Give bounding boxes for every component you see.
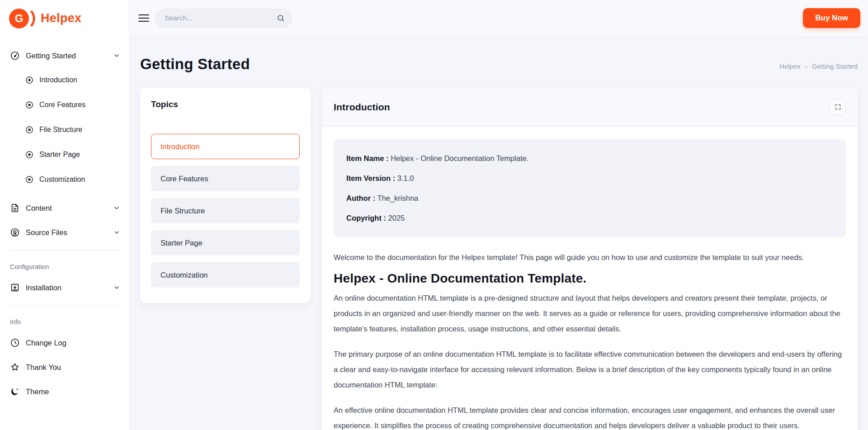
breadcrumb-separator-icon: › (805, 62, 807, 70)
search-input[interactable] (155, 9, 292, 28)
chevron-down-icon (113, 284, 120, 291)
circle-dot-icon (25, 100, 34, 109)
menu-button[interactable] (138, 12, 149, 24)
sidebar-item-label: Installation (26, 284, 61, 292)
sidebar-item-theme[interactable]: Theme (10, 382, 120, 402)
expand-button[interactable] (830, 99, 846, 115)
body-paragraph: An effective online documentation HTML t… (334, 402, 846, 430)
sidebar-item-change-log[interactable]: Change Log (10, 333, 120, 353)
topic-item-file-structure[interactable]: File Structure (151, 198, 300, 223)
breadcrumb-root[interactable]: Helpex (779, 62, 801, 70)
sidebar-item-installation[interactable]: Installation (10, 278, 120, 298)
page-title: Getting Started (140, 57, 250, 71)
configuration-section-label: Configuration (10, 263, 120, 270)
fullscreen-icon (835, 104, 841, 110)
info-section-label: Info (10, 318, 120, 326)
sidebar-item-label: Source Files (26, 228, 67, 237)
topics-card: Topics Introduction Core Features File S… (140, 88, 311, 303)
getting-started-submenu: Introduction Core Features File Structur… (10, 70, 120, 189)
sidebar: G Helpex Getting Started Introduction Co… (0, 0, 130, 430)
sidebar-subitem-starter-page[interactable]: Starter Page (25, 145, 120, 165)
sidebar-item-getting-started[interactable]: Getting Started (10, 46, 120, 66)
subitem-label: Starter Page (39, 151, 80, 159)
sidebar-divider (10, 250, 120, 250)
section-heading: Helpex - Online Documentation Template. (334, 271, 846, 286)
sidebar-subitem-file-structure[interactable]: File Structure (25, 120, 120, 140)
introduction-card-title: Introduction (334, 102, 390, 113)
gauge-icon (10, 51, 20, 61)
topic-item-starter-page[interactable]: Starter Page (151, 230, 300, 255)
introduction-card: Introduction Item Name : Helpex - Online… (322, 88, 858, 430)
sidebar-divider (10, 305, 120, 306)
search-box (155, 9, 292, 28)
topics-card-header: Topics (140, 88, 311, 120)
subitem-label: Customization (39, 175, 85, 184)
info-row: Item Name : Helpex - Online Documentatio… (346, 153, 833, 164)
file-text-icon (10, 203, 20, 213)
brand-logo[interactable]: G Helpex (0, 0, 129, 37)
body-paragraph: An online documentation HTML template is… (334, 290, 846, 336)
sidebar-nav: Getting Started Introduction Core Featur… (0, 37, 129, 402)
info-row: Author : The_krishna (346, 193, 833, 203)
install-box-icon (10, 283, 20, 293)
brand-logo-icon: G (9, 9, 29, 28)
sidebar-item-thank-you[interactable]: Thank You (10, 357, 120, 377)
open-source-icon (10, 227, 20, 237)
introduction-card-header: Introduction (322, 88, 858, 127)
page-content: Getting Started Helpex › Getting Started… (130, 37, 868, 430)
subitem-label: Introduction (39, 76, 77, 84)
circle-dot-icon (25, 150, 34, 159)
body-paragraph: The primary purpose of an online documen… (334, 346, 846, 392)
intro-paragraph: Welcome to the documentation for the Hel… (334, 250, 846, 265)
sidebar-item-label: Theme (26, 387, 49, 396)
sidebar-item-content[interactable]: Content (10, 198, 120, 218)
chevron-down-icon (113, 204, 120, 212)
breadcrumb: Helpex › Getting Started (779, 62, 858, 71)
brand-paren-icon (30, 10, 36, 27)
buy-now-button[interactable]: Buy Now (803, 8, 860, 28)
search-icon[interactable] (277, 14, 285, 22)
star-icon (10, 362, 20, 372)
info-row: Item Version : 3.1.0 (346, 173, 833, 184)
subitem-label: Core Features (39, 101, 85, 109)
sidebar-item-label: Change Log (26, 339, 66, 347)
sidebar-subitem-core-features[interactable]: Core Features (25, 95, 120, 115)
circle-dot-icon (25, 76, 34, 85)
circle-dot-icon (25, 175, 34, 184)
sidebar-subitem-customization[interactable]: Customization (25, 170, 120, 189)
menu-icon (138, 14, 149, 16)
sidebar-subitem-introduction[interactable]: Introduction (25, 70, 120, 90)
clock-icon (10, 338, 20, 348)
topic-item-customization[interactable]: Customization (151, 262, 300, 288)
subitem-label: File Structure (39, 126, 82, 134)
topics-title: Topics (151, 99, 300, 109)
sidebar-item-label: Thank You (26, 363, 61, 372)
topic-item-core-features[interactable]: Core Features (151, 166, 300, 191)
chevron-down-icon (113, 52, 120, 59)
sidebar-item-label: Content (26, 204, 52, 213)
circle-dot-icon (25, 125, 34, 134)
topics-list: Introduction Core Features File Structur… (140, 120, 311, 303)
chevron-down-icon (113, 229, 120, 236)
topic-item-introduction[interactable]: Introduction (151, 134, 300, 159)
introduction-card-body: Item Name : Helpex - Online Documentatio… (322, 127, 858, 430)
topbar: Buy Now (130, 0, 868, 37)
moon-stars-icon (10, 387, 20, 397)
brand-name: Helpex (41, 11, 81, 25)
item-info-box: Item Name : Helpex - Online Documentatio… (334, 139, 846, 237)
sidebar-item-label: Getting Started (26, 52, 76, 60)
info-row: Copyright : 2025 (346, 213, 833, 223)
sidebar-item-source-files[interactable]: Source Files (10, 222, 120, 242)
breadcrumb-current: Getting Started (812, 62, 858, 70)
